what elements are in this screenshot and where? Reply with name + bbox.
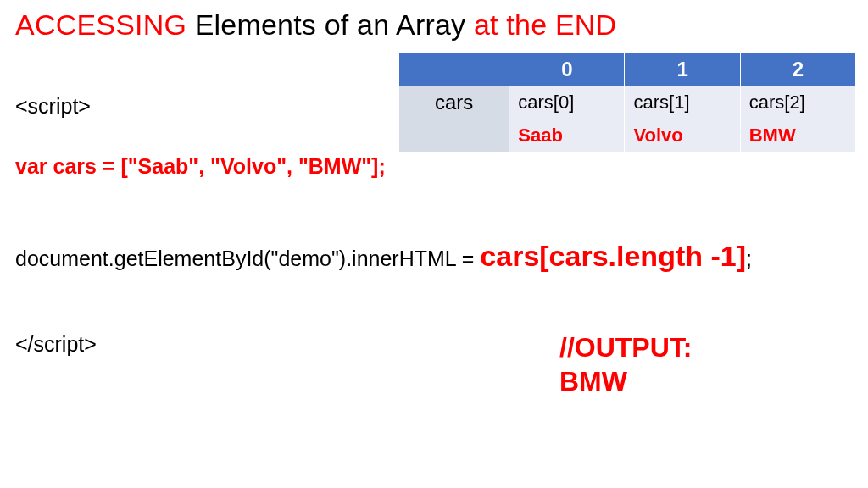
code-example: <script> var cars = ["Saab", "Volvo", "B…	[15, 93, 752, 363]
index-header-1: 1	[625, 53, 740, 86]
statement-line: document.getElementById("demo").innerHTM…	[15, 238, 752, 274]
statement-left: document.getElementById("demo").innerHTM…	[15, 247, 480, 270]
table-header-row: 0 1 2	[399, 53, 856, 86]
title-middle: Elements of an Array	[186, 8, 474, 41]
var-declaration-line: var cars = ["Saab", "Volvo", "BMW"];	[15, 153, 752, 180]
title-at-end: at the END	[474, 8, 616, 41]
output-value: BMW	[559, 364, 692, 398]
script-open-tag: <script>	[15, 93, 752, 119]
value-cell-2: BMW	[740, 119, 855, 152]
output-comment: //OUTPUT:	[559, 330, 692, 364]
slide-title: ACCESSING Elements of an Array at the EN…	[15, 8, 616, 42]
index-header-0: 0	[509, 53, 625, 86]
title-accessing: ACCESSING	[15, 8, 186, 41]
ref-cell-2: cars[2]	[740, 86, 855, 119]
output-block: //OUTPUT: BMW	[559, 330, 692, 398]
table-corner-cell	[399, 53, 509, 86]
statement-semicolon: ;	[746, 247, 752, 270]
statement-expression: cars[cars.length -1]	[480, 240, 746, 272]
index-header-2: 2	[740, 53, 855, 86]
